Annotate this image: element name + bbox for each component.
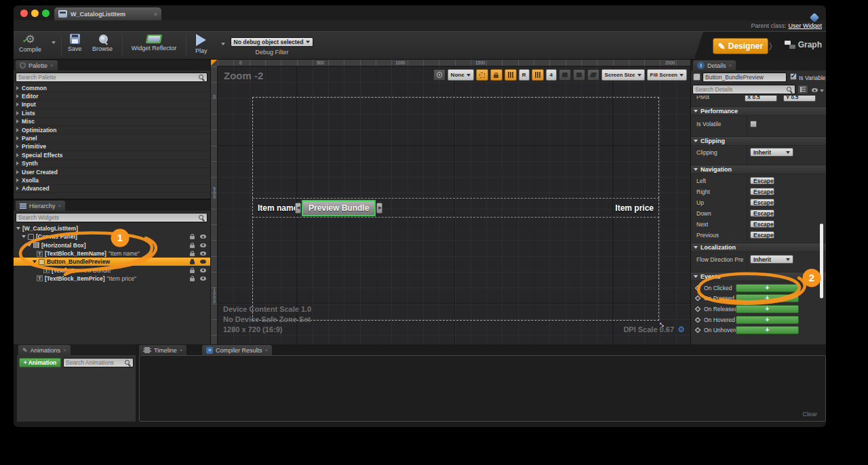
designer-viewport[interactable]: 0 500 1000 1500 2000 0 5 0 0 1 0 0 0 Zoo…	[211, 60, 690, 344]
lock-icon[interactable]	[190, 236, 195, 239]
nav-up-dropdown[interactable]: Escape	[750, 199, 774, 206]
compile-button[interactable]: ⚙✔ Compile	[19, 34, 41, 53]
tab-palette[interactable]: Palette ×	[16, 60, 58, 70]
palette-category-user-created[interactable]: User Created	[14, 168, 210, 176]
play-options-caret-icon[interactable]	[221, 43, 225, 45]
canvas-grid[interactable]: Zoom -2 None R 4 Screen Size Fill Screen…	[218, 66, 690, 344]
horizontal-box-widget[interactable]: Item name ◄ Preview Bundle ► Item price	[252, 198, 659, 218]
tab-animations[interactable]: ✎ Animations ×	[18, 345, 71, 355]
lock-icon[interactable]	[190, 245, 195, 248]
localization-preview-button[interactable]	[433, 69, 446, 81]
hierarchy-search-input[interactable]	[18, 214, 197, 221]
performance-section-header[interactable]: Performance	[691, 106, 826, 116]
is-variable-checkbox[interactable]	[790, 73, 797, 80]
item-name-widget[interactable]: Item name	[258, 203, 298, 213]
localization-section-header[interactable]: Localization	[691, 243, 826, 252]
on-unhovered-add-button[interactable]: +	[736, 326, 799, 334]
close-icon[interactable]: ×	[265, 347, 269, 353]
expander-icon[interactable]	[16, 227, 20, 230]
preview-background-button[interactable]	[573, 69, 585, 81]
close-icon[interactable]: ×	[180, 347, 183, 353]
close-tab-icon[interactable]: ×	[154, 11, 157, 18]
expander-icon[interactable]	[33, 260, 37, 263]
nav-right-dropdown[interactable]: Escape	[750, 188, 774, 195]
tree-row-canvas-panel[interactable]: [Canvas Panel]	[14, 232, 210, 241]
clear-button[interactable]: Clear	[802, 411, 817, 418]
palette-category-primitive[interactable]: Primitive	[14, 143, 210, 151]
asset-tab[interactable]: W_CatalogListItem ×	[54, 7, 161, 20]
palette-category-panel[interactable]: Panel	[14, 134, 210, 142]
respect-locks-button[interactable]	[505, 69, 517, 81]
on-hovered-add-button[interactable]: +	[736, 316, 799, 324]
flow-direction-dropdown[interactable]: Inherit	[750, 255, 793, 264]
is-volatile-checkbox[interactable]	[750, 121, 757, 127]
debug-object-dropdown[interactable]: No debug object selected	[231, 37, 313, 47]
graph-mode-button[interactable]: Graph	[785, 40, 822, 49]
palette-search[interactable]	[16, 73, 208, 82]
tab-hierarchy[interactable]: Hierarchy ×	[16, 201, 65, 211]
preview-bundle-button-widget[interactable]: ◄ Preview Bundle ►	[295, 200, 382, 216]
flag-dropdown[interactable]: None	[448, 69, 474, 81]
palette-search-input[interactable]	[18, 74, 197, 81]
resize-handle-right[interactable]: ►	[376, 203, 382, 214]
parent-class-link[interactable]: User Widget	[788, 22, 822, 29]
visibility-icon[interactable]	[200, 277, 206, 281]
animations-search-input[interactable]	[66, 359, 123, 366]
close-window-button[interactable]	[20, 9, 28, 17]
property-visibility-icon[interactable]	[812, 88, 818, 92]
minimize-window-button[interactable]	[31, 9, 39, 17]
caret-down-icon[interactable]	[820, 89, 824, 92]
dpi-settings-gear-icon[interactable]: ⚙	[677, 325, 685, 334]
tab-compiler-results[interactable]: ≡ Compiler Results ×	[202, 345, 272, 355]
item-price-widget[interactable]: Item price	[615, 203, 654, 213]
events-section-header[interactable]: Events	[691, 272, 826, 281]
tab-timeline[interactable]: Timeline ×	[139, 345, 186, 355]
tree-row-root[interactable]: [W_CatalogListItem]	[14, 224, 210, 232]
lock-icon[interactable]	[190, 278, 195, 281]
on-pressed-add-button[interactable]: +	[736, 294, 799, 302]
nav-previous-dropdown[interactable]: Escape	[750, 231, 774, 239]
grid-snap-size-button[interactable]: 4	[546, 69, 557, 81]
visibility-icon[interactable]	[200, 260, 206, 264]
on-clicked-add-button[interactable]: +	[736, 284, 799, 292]
visibility-icon[interactable]	[200, 235, 206, 239]
close-icon[interactable]: ×	[729, 62, 732, 68]
nav-next-dropdown[interactable]: Escape	[750, 220, 774, 228]
play-button[interactable]: Play	[195, 34, 208, 54]
lock-toggle-button[interactable]	[490, 69, 502, 81]
palette-category-lists[interactable]: Lists	[14, 109, 210, 117]
nav-left-dropdown[interactable]: Escape	[750, 177, 774, 184]
palette-category-editor[interactable]: Editor	[14, 92, 210, 100]
widget-name-input[interactable]	[705, 74, 784, 81]
widget-reflector-button[interactable]: Widget Reflector	[127, 34, 180, 52]
pivot-y-field[interactable]: Y 0.5	[783, 96, 816, 102]
display-filter-button[interactable]	[797, 85, 808, 94]
close-icon[interactable]: ×	[50, 62, 54, 68]
palette-category-xsolla[interactable]: Xsolla	[14, 176, 210, 184]
close-icon[interactable]: ×	[63, 347, 66, 353]
palette-category-advanced[interactable]: Advanced	[14, 185, 210, 193]
expander-icon[interactable]	[27, 244, 31, 247]
close-icon[interactable]: ×	[58, 203, 62, 209]
palette-category-special-effects[interactable]: Special Effects	[14, 151, 210, 159]
clipping-dropdown[interactable]: Inherit	[750, 148, 793, 157]
lock-icon[interactable]	[190, 270, 195, 273]
details-search[interactable]	[692, 85, 795, 94]
add-animation-button[interactable]: + Animation	[19, 358, 61, 367]
visibility-icon[interactable]	[200, 251, 206, 256]
navigation-section-header[interactable]: Navigation	[691, 165, 826, 174]
mirror-preview-button[interactable]	[587, 69, 599, 81]
grid-snap-toggle-button[interactable]	[532, 69, 544, 81]
details-search-input[interactable]	[695, 86, 785, 93]
palette-category-common[interactable]: Common	[14, 84, 210, 92]
lock-icon[interactable]	[190, 253, 195, 256]
save-button[interactable]: Save	[68, 34, 82, 52]
palette-category-input[interactable]: Input	[14, 101, 210, 109]
clipping-section-header[interactable]: Clipping	[691, 136, 826, 146]
hierarchy-search[interactable]	[16, 213, 208, 222]
browse-button[interactable]: Browse	[92, 34, 113, 52]
pivot-x-field[interactable]: X 0.5	[745, 96, 777, 102]
designer-mode-button[interactable]: ✎ Designer	[713, 38, 768, 54]
screen-size-dropdown[interactable]: Screen Size	[601, 69, 645, 81]
details-scrollbar[interactable]	[820, 224, 823, 298]
